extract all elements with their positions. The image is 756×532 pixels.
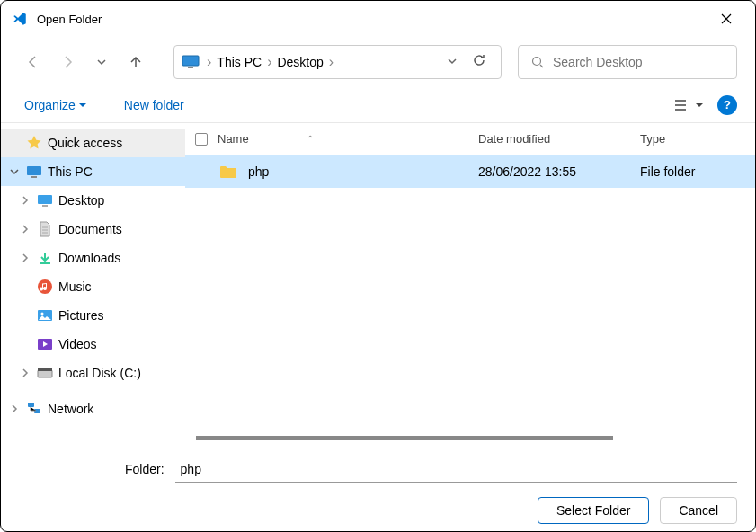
pc-icon bbox=[182, 55, 200, 69]
column-header-date[interactable]: Date modified bbox=[478, 132, 640, 146]
network-icon bbox=[26, 401, 42, 417]
vscode-icon bbox=[12, 11, 28, 27]
chevron-right-icon[interactable] bbox=[10, 404, 21, 413]
chevron-down-icon[interactable] bbox=[447, 54, 458, 70]
select-all-checkbox[interactable] bbox=[195, 133, 208, 146]
sidebar-item-label: Desktop bbox=[58, 193, 104, 208]
svg-rect-3 bbox=[27, 166, 41, 175]
folder-icon bbox=[219, 164, 237, 179]
documents-icon bbox=[37, 221, 53, 237]
svg-rect-12 bbox=[38, 368, 52, 371]
view-options-button[interactable] bbox=[671, 91, 707, 120]
new-folder-button[interactable]: New folder bbox=[119, 94, 190, 116]
chevron-down-icon[interactable] bbox=[10, 167, 21, 176]
desktop-icon bbox=[37, 192, 53, 208]
sidebar-item-label: Videos bbox=[58, 337, 97, 351]
sidebar-item-label: Quick access bbox=[48, 136, 122, 150]
window-title: Open Folder bbox=[37, 13, 708, 26]
svg-point-2 bbox=[533, 58, 541, 66]
sidebar-item-desktop[interactable]: Desktop bbox=[1, 186, 185, 215]
sidebar-item-label: Music bbox=[58, 279, 92, 294]
close-button[interactable] bbox=[708, 1, 744, 37]
svg-rect-5 bbox=[38, 195, 52, 204]
chevron-right-icon[interactable] bbox=[21, 196, 31, 205]
svg-point-7 bbox=[38, 279, 52, 294]
column-header-name[interactable]: Name ⌃ bbox=[218, 132, 478, 146]
back-button[interactable] bbox=[19, 48, 48, 76]
svg-rect-0 bbox=[182, 56, 199, 66]
search-box[interactable] bbox=[518, 45, 737, 79]
address-bar[interactable]: › This PC › Desktop › bbox=[173, 45, 502, 79]
sidebar-item-label: Pictures bbox=[58, 308, 104, 323]
sidebar-item-label: Documents bbox=[58, 222, 122, 236]
help-button[interactable]: ? bbox=[717, 95, 737, 115]
disk-icon bbox=[37, 365, 53, 381]
downloads-icon bbox=[37, 250, 53, 266]
file-type: File folder bbox=[640, 164, 755, 179]
chevron-right-icon[interactable] bbox=[21, 253, 31, 262]
pictures-icon bbox=[37, 307, 53, 324]
breadcrumb-desktop[interactable]: Desktop bbox=[273, 55, 326, 69]
search-input[interactable] bbox=[553, 55, 724, 69]
folder-name-input[interactable] bbox=[175, 456, 737, 483]
breadcrumb-this-pc[interactable]: This PC bbox=[213, 55, 265, 69]
svg-point-9 bbox=[41, 313, 44, 315]
svg-rect-11 bbox=[38, 370, 52, 377]
folder-field-label: Folder: bbox=[125, 462, 165, 476]
chevron-right-icon: › bbox=[205, 54, 213, 70]
sidebar-item-downloads[interactable]: Downloads bbox=[1, 244, 185, 272]
navigation-tree[interactable]: Quick access This PC Desktop bbox=[1, 123, 185, 445]
sidebar-item-label: This PC bbox=[48, 164, 93, 179]
column-header-row: Name ⌃ Date modified Type bbox=[185, 123, 755, 155]
music-icon bbox=[37, 279, 53, 295]
recent-dropdown[interactable] bbox=[87, 48, 116, 76]
pc-icon bbox=[26, 164, 42, 180]
svg-rect-6 bbox=[42, 205, 48, 207]
horizontal-scrollbar[interactable] bbox=[196, 436, 744, 445]
sidebar-item-label: Network bbox=[48, 402, 93, 416]
organize-button[interactable]: Organize bbox=[19, 94, 92, 116]
file-list: Name ⌃ Date modified Type php 28/06/2022… bbox=[185, 123, 755, 445]
select-folder-button[interactable]: Select Folder bbox=[538, 497, 649, 524]
videos-icon bbox=[37, 336, 53, 352]
chevron-right-icon[interactable] bbox=[21, 225, 31, 234]
star-icon bbox=[26, 135, 42, 151]
svg-rect-4 bbox=[31, 176, 37, 178]
refresh-button[interactable] bbox=[472, 53, 486, 71]
file-row[interactable]: php 28/06/2022 13:55 File folder bbox=[185, 155, 755, 188]
sort-indicator-icon: ⌃ bbox=[307, 134, 314, 144]
forward-button[interactable] bbox=[53, 48, 82, 76]
sidebar-item-documents[interactable]: Documents bbox=[1, 215, 185, 244]
sidebar-item-this-pc[interactable]: This PC bbox=[1, 157, 185, 186]
sidebar-item-label: Local Disk (C:) bbox=[58, 366, 141, 380]
chevron-right-icon: › bbox=[327, 54, 335, 70]
sidebar-item-local-disk[interactable]: Local Disk (C:) bbox=[1, 359, 185, 387]
sidebar-item-quick-access[interactable]: Quick access bbox=[1, 129, 185, 157]
sidebar-item-music[interactable]: Music bbox=[1, 272, 185, 301]
svg-rect-13 bbox=[28, 403, 34, 407]
file-name: php bbox=[248, 164, 269, 179]
svg-rect-1 bbox=[188, 66, 193, 68]
sidebar-item-pictures[interactable]: Pictures bbox=[1, 301, 185, 330]
up-button[interactable] bbox=[121, 48, 150, 76]
file-date: 28/06/2022 13:55 bbox=[478, 164, 640, 179]
chevron-right-icon[interactable] bbox=[21, 368, 31, 377]
sidebar-item-network[interactable]: Network bbox=[1, 395, 185, 423]
sidebar-item-label: Downloads bbox=[58, 251, 120, 265]
cancel-button[interactable]: Cancel bbox=[660, 497, 737, 524]
column-header-type[interactable]: Type bbox=[640, 132, 755, 146]
sidebar-item-videos[interactable]: Videos bbox=[1, 330, 185, 359]
chevron-right-icon: › bbox=[265, 54, 273, 70]
